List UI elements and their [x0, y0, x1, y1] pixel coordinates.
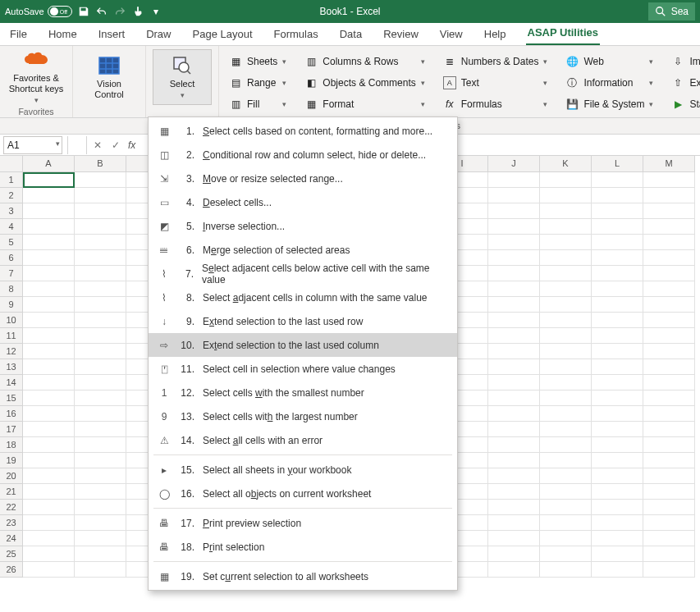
row-header[interactable]: 16: [0, 406, 23, 422]
cell[interactable]: [643, 313, 695, 328]
cell[interactable]: [488, 390, 540, 406]
cell[interactable]: [75, 437, 126, 453]
cell[interactable]: [592, 375, 643, 390]
row-header[interactable]: 12: [0, 344, 23, 359]
cell[interactable]: [592, 359, 643, 375]
cell[interactable]: [643, 468, 695, 484]
chevron-down-icon[interactable]: ▾: [56, 139, 60, 148]
cell[interactable]: [488, 375, 540, 390]
cell[interactable]: [592, 468, 643, 484]
row-header[interactable]: 23: [0, 515, 23, 531]
cell[interactable]: [23, 235, 75, 250]
cell[interactable]: [75, 500, 126, 515]
range-button[interactable]: ▤Range▾: [226, 74, 290, 92]
cell[interactable]: [540, 500, 592, 515]
cell[interactable]: [75, 531, 126, 546]
cell[interactable]: [23, 250, 75, 266]
cell[interactable]: [643, 281, 695, 297]
tab-insert[interactable]: Insert: [97, 24, 127, 45]
cell[interactable]: [643, 188, 695, 203]
cell[interactable]: [592, 546, 643, 562]
cell[interactable]: [643, 250, 695, 266]
cell[interactable]: [540, 235, 592, 250]
cell[interactable]: [592, 297, 643, 313]
tab-file[interactable]: File: [8, 24, 29, 45]
row-header[interactable]: 2: [0, 188, 23, 203]
cell[interactable]: [540, 484, 592, 500]
cell[interactable]: [75, 219, 126, 235]
cell[interactable]: [23, 344, 75, 359]
cell[interactable]: [75, 359, 126, 375]
cell[interactable]: [592, 390, 643, 406]
vision-control-button[interactable]: Vision Control: [80, 49, 139, 105]
menu-item[interactable]: ◯16.Select all objects on current worksh…: [149, 482, 457, 505]
cell[interactable]: [643, 235, 695, 250]
web-button[interactable]: 🌐Web▾: [562, 53, 657, 71]
cell[interactable]: [643, 359, 695, 375]
import-button[interactable]: ⇩Import▾: [668, 53, 700, 71]
cell[interactable]: [488, 219, 540, 235]
row-header[interactable]: 13: [0, 359, 23, 375]
cell[interactable]: [75, 203, 126, 219]
start-button[interactable]: ▶Start▾: [668, 95, 700, 113]
cell[interactable]: [540, 203, 592, 219]
cell[interactable]: [540, 531, 592, 546]
cell[interactable]: [488, 266, 540, 281]
cell[interactable]: [23, 500, 75, 515]
cell[interactable]: [592, 266, 643, 281]
cell[interactable]: [643, 328, 695, 344]
cell[interactable]: [75, 406, 126, 422]
cell[interactable]: [540, 562, 592, 578]
cell[interactable]: [488, 406, 540, 422]
cell[interactable]: [488, 344, 540, 359]
menu-item[interactable]: ▸15.Select all sheets in your workbook: [149, 458, 457, 482]
menu-item[interactable]: 🖶17.Print preview selection: [149, 511, 457, 535]
row-header[interactable]: 20: [0, 468, 23, 484]
cell[interactable]: [488, 297, 540, 313]
row-header[interactable]: 3: [0, 203, 23, 219]
menu-item[interactable]: ⇨10.Extend selection to the last used co…: [149, 333, 457, 357]
menu-item[interactable]: ⍞11.Select cell in selection where value…: [149, 357, 457, 381]
cell[interactable]: [540, 453, 592, 468]
column-header[interactable]: B: [75, 156, 126, 172]
row-header[interactable]: 19: [0, 453, 23, 468]
cell[interactable]: [643, 297, 695, 313]
cell[interactable]: [488, 172, 540, 188]
row-header[interactable]: 9: [0, 297, 23, 313]
cell[interactable]: [488, 328, 540, 344]
numbers-dates-button[interactable]: ≣Numbers & Dates▾: [440, 53, 551, 71]
cell[interactable]: [592, 313, 643, 328]
cell[interactable]: [592, 406, 643, 422]
autosave-toggle[interactable]: AutoSave Off: [5, 6, 72, 17]
menu-item[interactable]: ⚠14.Select all cells with an error: [149, 428, 457, 452]
cell[interactable]: [23, 468, 75, 484]
row-header[interactable]: 17: [0, 422, 23, 437]
cell[interactable]: [540, 468, 592, 484]
cell[interactable]: [75, 484, 126, 500]
tab-pagelayout[interactable]: Page Layout: [191, 24, 254, 45]
cell[interactable]: [592, 437, 643, 453]
row-header[interactable]: 25: [0, 546, 23, 562]
menu-item[interactable]: ⩸6.Merge selection of selected areas: [149, 238, 457, 262]
cell[interactable]: [540, 219, 592, 235]
cell[interactable]: [23, 203, 75, 219]
touch-icon[interactable]: [131, 5, 144, 18]
tab-draw[interactable]: Draw: [144, 24, 172, 45]
row-header[interactable]: 5: [0, 235, 23, 250]
cell[interactable]: [643, 266, 695, 281]
cell[interactable]: [643, 390, 695, 406]
column-header[interactable]: A: [23, 156, 75, 172]
cell[interactable]: [23, 453, 75, 468]
cell[interactable]: [592, 453, 643, 468]
cell[interactable]: [592, 500, 643, 515]
cell[interactable]: [75, 281, 126, 297]
save-icon[interactable]: [77, 5, 90, 18]
cell[interactable]: [643, 172, 695, 188]
cell[interactable]: [592, 188, 643, 203]
tab-help[interactable]: Help: [483, 24, 508, 45]
cell[interactable]: [540, 546, 592, 562]
cell[interactable]: [23, 484, 75, 500]
tab-formulas[interactable]: Formulas: [272, 24, 320, 45]
cell[interactable]: [488, 453, 540, 468]
tab-review[interactable]: Review: [382, 24, 420, 45]
